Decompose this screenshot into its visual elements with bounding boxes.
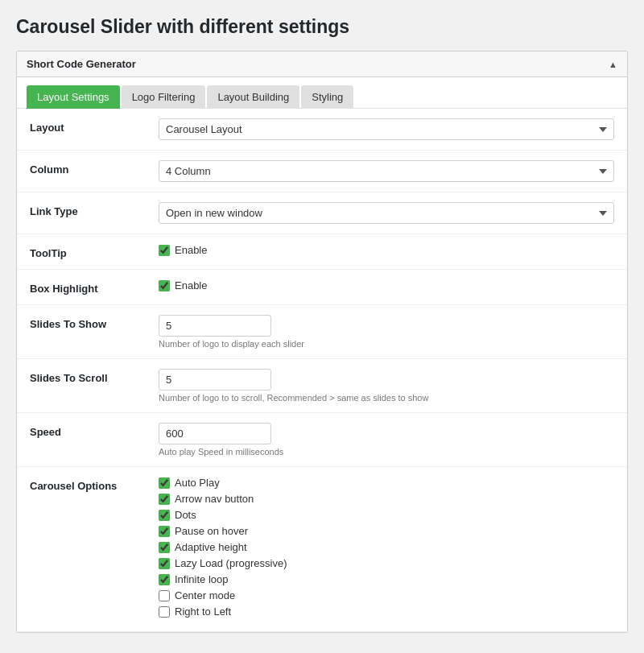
list-item: Lazy Load (progressive)	[159, 557, 614, 569]
slides-to-show-hint: Number of logo to display each slider	[159, 339, 614, 349]
list-item: Adaptive height	[159, 541, 614, 553]
list-item: Pause on hover	[159, 525, 614, 537]
tooltip-checkbox[interactable]	[159, 245, 170, 256]
auto-play-label: Auto Play	[175, 477, 220, 489]
panel-title: Short Code Generator	[27, 58, 136, 70]
shortcode-panel: Short Code Generator ▲ Layout Settings L…	[16, 51, 628, 633]
box-highlight-check-label: Enable	[175, 279, 207, 291]
tab-styling[interactable]: Styling	[301, 85, 353, 109]
arrow-nav-checkbox[interactable]	[159, 494, 170, 505]
tooltip-label: ToolTip	[30, 244, 159, 259]
list-item: Center mode	[159, 589, 614, 601]
page-title: Carousel Slider with different settings	[16, 16, 628, 38]
box-highlight-label: Box Highlight	[30, 279, 159, 295]
tab-layout-settings[interactable]: Layout Settings	[27, 85, 120, 109]
pause-hover-checkbox[interactable]	[159, 526, 170, 537]
infinite-loop-checkbox[interactable]	[159, 574, 170, 585]
list-item: Arrow nav button	[159, 493, 614, 505]
speed-control: Auto play Speed in milliseconds	[159, 423, 614, 457]
slides-to-show-control: Number of logo to display each slider	[159, 315, 614, 349]
column-label: Column	[30, 160, 159, 176]
carousel-options-row: Carousel Options Auto Play Arrow nav but…	[17, 467, 627, 632]
link-type-row: Link Type Open in new window Open in sam…	[17, 192, 627, 234]
dots-checkbox[interactable]	[159, 510, 170, 521]
box-highlight-row: Box Highlight Enable	[17, 270, 627, 305]
slides-to-scroll-label: Slides To Scroll	[30, 369, 159, 384]
speed-hint: Auto play Speed in milliseconds	[159, 447, 614, 457]
box-highlight-control: Enable	[159, 279, 614, 295]
link-type-label: Link Type	[30, 202, 159, 217]
infinite-loop-label: Infinite loop	[175, 573, 229, 585]
slides-to-scroll-control: Number of logo to to scroll, Recommended…	[159, 369, 614, 403]
slides-to-show-input[interactable]	[159, 315, 271, 337]
link-type-select[interactable]: Open in new window Open in same window N…	[159, 202, 614, 224]
pause-hover-label: Pause on hover	[175, 525, 248, 537]
tab-logo-filtering[interactable]: Logo Filtering	[122, 85, 206, 109]
slides-to-scroll-hint: Number of logo to to scroll, Recommended…	[159, 393, 614, 403]
panel-collapse-icon[interactable]: ▲	[609, 60, 617, 69]
arrow-nav-label: Arrow nav button	[175, 493, 254, 505]
slides-to-show-row: Slides To Show Number of logo to display…	[17, 305, 627, 359]
right-to-left-label: Right to Left	[175, 605, 231, 618]
adaptive-height-label: Adaptive height	[175, 541, 247, 553]
panel-body: Layout Carousel Layout Grid Layout List …	[17, 109, 627, 632]
tooltip-checkbox-row: Enable	[159, 244, 614, 256]
column-select[interactable]: 1 Column 2 Column 3 Column 4 Column 5 Co…	[159, 160, 614, 182]
box-highlight-checkbox[interactable]	[159, 280, 170, 291]
slides-to-scroll-input[interactable]	[159, 369, 271, 391]
tab-layout-building[interactable]: Layout Building	[207, 85, 299, 109]
layout-label: Layout	[30, 118, 159, 134]
slides-to-show-label: Slides To Show	[30, 315, 159, 330]
carousel-options-label: Carousel Options	[30, 477, 159, 492]
speed-input[interactable]	[159, 423, 271, 444]
dots-label: Dots	[175, 509, 196, 521]
box-highlight-checkbox-row: Enable	[159, 279, 614, 291]
speed-label: Speed	[30, 423, 159, 438]
layout-control: Carousel Layout Grid Layout List Layout	[159, 118, 614, 140]
link-type-control: Open in new window Open in same window N…	[159, 202, 614, 224]
list-item: Auto Play	[159, 477, 614, 489]
tooltip-row: ToolTip Enable	[17, 234, 627, 270]
adaptive-height-checkbox[interactable]	[159, 542, 170, 553]
list-item: Infinite loop	[159, 573, 614, 585]
tab-bar: Layout Settings Logo Filtering Layout Bu…	[17, 77, 627, 109]
tooltip-control: Enable	[159, 244, 614, 259]
list-item: Right to Left	[159, 605, 614, 618]
panel-header[interactable]: Short Code Generator ▲	[17, 52, 627, 77]
layout-row: Layout Carousel Layout Grid Layout List …	[17, 109, 627, 151]
speed-row: Speed Auto play Speed in milliseconds	[17, 413, 627, 467]
slides-to-scroll-row: Slides To Scroll Number of logo to to sc…	[17, 359, 627, 413]
carousel-options-control: Auto Play Arrow nav button Dots Pause on…	[159, 477, 614, 622]
lazy-load-label: Lazy Load (progressive)	[175, 557, 287, 569]
tooltip-check-label: Enable	[175, 244, 207, 256]
column-control: 1 Column 2 Column 3 Column 4 Column 5 Co…	[159, 160, 614, 182]
layout-select[interactable]: Carousel Layout Grid Layout List Layout	[159, 118, 614, 140]
list-item: Dots	[159, 509, 614, 521]
right-to-left-checkbox[interactable]	[159, 606, 170, 618]
column-row: Column 1 Column 2 Column 3 Column 4 Colu…	[17, 151, 627, 192]
auto-play-checkbox[interactable]	[159, 477, 170, 489]
lazy-load-checkbox[interactable]	[159, 558, 170, 569]
center-mode-checkbox[interactable]	[159, 590, 170, 601]
center-mode-label: Center mode	[175, 589, 235, 601]
